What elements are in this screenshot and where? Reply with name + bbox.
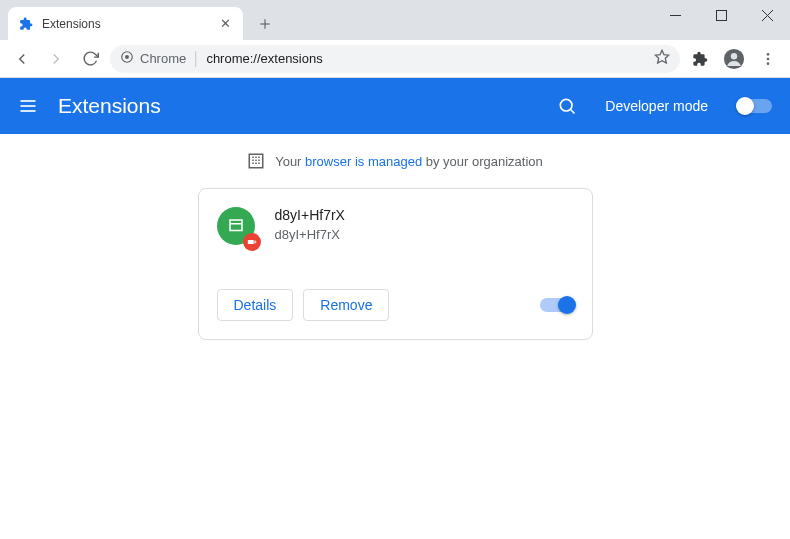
menu-icon[interactable] <box>18 96 38 116</box>
bookmark-star-icon[interactable] <box>654 49 670 68</box>
reload-button[interactable] <box>76 45 104 73</box>
back-button[interactable] <box>8 45 36 73</box>
extension-icon <box>217 207 257 247</box>
new-tab-button[interactable] <box>253 12 277 36</box>
toggle-knob <box>558 296 576 314</box>
extensions-page-header: Extensions Developer mode <box>0 78 790 134</box>
kebab-menu-button[interactable] <box>754 45 782 73</box>
extension-name: d8yI+Hf7rX <box>275 207 345 223</box>
svg-point-7 <box>125 55 129 59</box>
extension-enable-toggle[interactable] <box>540 298 574 312</box>
remove-button[interactable]: Remove <box>303 289 389 321</box>
svg-rect-2 <box>670 15 681 16</box>
managed-text: Your browser is managed by your organiza… <box>275 154 543 169</box>
svg-line-18 <box>571 110 575 114</box>
browser-tab[interactable]: Extensions ✕ <box>8 7 243 40</box>
chrome-origin-icon <box>120 50 134 67</box>
svg-rect-3 <box>716 10 726 20</box>
svg-point-17 <box>561 99 573 111</box>
svg-point-13 <box>767 62 770 65</box>
window-controls <box>652 0 790 30</box>
extension-card: d8yI+Hf7rX d8yI+Hf7rX Details Remove <box>198 188 593 340</box>
page-title: Extensions <box>58 94 537 118</box>
forward-button[interactable] <box>42 45 70 73</box>
browser-toolbar: Chrome │ chrome://extensions <box>0 40 790 78</box>
address-bar[interactable]: Chrome │ chrome://extensions <box>110 45 680 73</box>
developer-mode-toggle[interactable] <box>738 99 772 113</box>
toggle-knob <box>736 97 754 115</box>
close-tab-icon[interactable]: ✕ <box>217 16 233 32</box>
maximize-button[interactable] <box>698 0 744 30</box>
omnibox-separator: │ <box>192 51 200 66</box>
extensions-content: PC risk.com Your browser is managed by y… <box>0 134 790 539</box>
managed-link[interactable]: browser is managed <box>305 154 422 169</box>
close-window-button[interactable] <box>744 0 790 30</box>
tab-title: Extensions <box>42 17 209 31</box>
building-icon <box>247 152 265 170</box>
search-icon[interactable] <box>557 96 577 116</box>
developer-mode-label: Developer mode <box>605 98 708 114</box>
extensions-button[interactable] <box>686 45 714 73</box>
origin-label: Chrome <box>140 51 186 66</box>
svg-rect-30 <box>247 240 253 244</box>
puzzle-icon <box>18 16 34 32</box>
url-text: chrome://extensions <box>206 51 322 66</box>
svg-point-12 <box>767 57 770 60</box>
extension-badge-icon <box>243 233 261 251</box>
details-button[interactable]: Details <box>217 289 294 321</box>
extension-description: d8yI+Hf7rX <box>275 227 345 242</box>
minimize-button[interactable] <box>652 0 698 30</box>
svg-marker-8 <box>655 50 668 63</box>
managed-banner: Your browser is managed by your organiza… <box>247 152 543 170</box>
profile-button[interactable] <box>720 45 748 73</box>
window-titlebar: Extensions ✕ <box>0 0 790 40</box>
svg-point-10 <box>731 53 737 59</box>
svg-point-11 <box>767 53 770 56</box>
